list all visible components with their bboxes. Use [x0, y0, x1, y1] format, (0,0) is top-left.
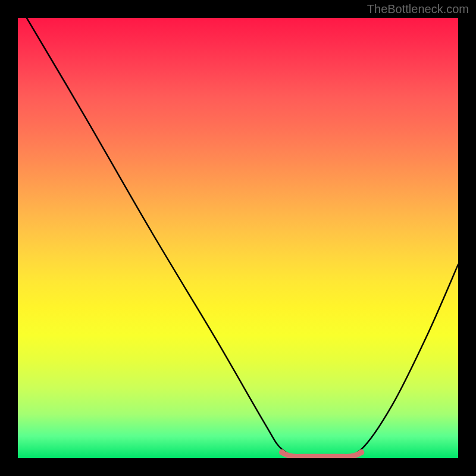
highlight-dot-right — [358, 449, 364, 455]
plot-area — [18, 18, 458, 458]
chart-svg — [18, 18, 458, 458]
watermark-text: TheBottleneck.com — [367, 2, 469, 16]
highlight-dot-left — [279, 449, 285, 455]
optimal-range-highlight — [282, 452, 361, 456]
bottleneck-curve — [27, 18, 458, 458]
